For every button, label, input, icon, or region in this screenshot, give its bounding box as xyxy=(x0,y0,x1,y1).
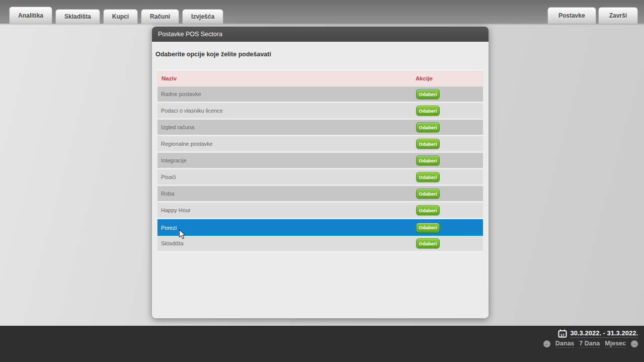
odaberi-button[interactable]: Odaberi xyxy=(416,122,440,132)
row-label: Integracije xyxy=(157,157,416,163)
odaberi-button[interactable]: Odaberi xyxy=(416,223,440,233)
tab-postavke[interactable]: Postavke xyxy=(547,7,596,24)
table-body: Radne postavke Odaberi Podaci o vlasniku… xyxy=(157,86,483,251)
column-header-akcije: Akcije xyxy=(416,75,482,81)
row-label: Podaci o vlasniku licence xyxy=(157,108,416,114)
footer-date-controls: 17 30.3.2022. - 31.3.2022. Danas7 DanaMj… xyxy=(543,329,638,348)
odaberi-button[interactable]: Odaberi xyxy=(416,155,440,165)
tab-label: Izvješća xyxy=(191,13,214,20)
row-action-cell: Odaberi xyxy=(416,122,483,132)
footer-nav-mjesec[interactable]: Mjesec xyxy=(605,340,626,348)
row-action-cell: Odaberi xyxy=(416,106,483,116)
tab-label: Analitika xyxy=(18,12,43,19)
row-action-cell: Odaberi xyxy=(416,205,483,215)
table-row-integracije[interactable]: Integracije Odaberi xyxy=(157,153,483,168)
date-range-row: 17 30.3.2022. - 31.3.2022. xyxy=(558,329,638,338)
tab-bar-left: Analitika Skladišta Kupci Računi Izvješć… xyxy=(9,0,223,24)
footer-nav-7-dana[interactable]: 7 Dana xyxy=(579,340,600,348)
row-label: Radne postavke xyxy=(157,91,416,97)
table-row-pisači[interactable]: Pisači Odaberi xyxy=(157,169,483,185)
row-action-cell: Odaberi xyxy=(416,89,483,99)
row-label: Skladišta xyxy=(157,240,416,246)
tab-skladišta[interactable]: Skladišta xyxy=(55,9,100,24)
tab-analitika[interactable]: Analitika xyxy=(9,7,52,24)
tab-label: Računi xyxy=(150,13,170,20)
odaberi-button[interactable]: Odaberi xyxy=(416,106,440,116)
tab-label: Kupci xyxy=(112,13,129,20)
footer-nav-danas[interactable]: Danas xyxy=(555,340,575,348)
options-table: Naziv Akcije Radne postavke Odaberi Poda… xyxy=(157,71,483,252)
tab-label: Skladišta xyxy=(64,13,91,20)
odaberi-button[interactable]: Odaberi xyxy=(416,89,440,99)
tab-label: Postavke xyxy=(558,12,585,19)
period-nav-items: Danas7 DanaMjesec xyxy=(555,340,626,348)
dialog-subtitle: Odaberite opcije koje želite podešavati xyxy=(155,51,271,58)
arrow-left-circle-icon[interactable] xyxy=(543,340,550,347)
table-row-radne-postavke[interactable]: Radne postavke Odaberi xyxy=(157,86,483,102)
table-row-porezi[interactable]: Porezi Odaberi xyxy=(157,219,483,236)
dialog-title-bar: Postavke POS Sectora xyxy=(152,27,489,42)
settings-dialog: Postavke POS Sectora Odaberite opcije ko… xyxy=(152,27,489,318)
row-label: Pisači xyxy=(157,174,416,180)
odaberi-button[interactable]: Odaberi xyxy=(416,205,440,215)
table-row-izgled-računa[interactable]: Izgled računa Odaberi xyxy=(157,120,483,135)
period-nav-row: Danas7 DanaMjesec xyxy=(543,340,638,348)
tab-kupci[interactable]: Kupci xyxy=(103,9,138,24)
row-label: Roba xyxy=(157,191,416,197)
row-action-cell: Odaberi xyxy=(416,223,483,233)
tab-završi[interactable]: Završi xyxy=(598,7,638,24)
row-action-cell: Odaberi xyxy=(416,139,483,149)
tab-bar-right: Postavke Završi xyxy=(547,0,638,24)
odaberi-button[interactable]: Odaberi xyxy=(416,172,440,182)
odaberi-button[interactable]: Odaberi xyxy=(416,238,440,248)
tab-računi[interactable]: Računi xyxy=(141,9,179,24)
tab-label: Završi xyxy=(609,12,627,19)
table-header-row: Naziv Akcije xyxy=(157,71,483,85)
row-action-cell: Odaberi xyxy=(416,172,483,182)
row-action-cell: Odaberi xyxy=(416,238,483,248)
row-action-cell: Odaberi xyxy=(416,189,483,199)
date-range-label[interactable]: 30.3.2022. - 31.3.2022. xyxy=(571,329,638,338)
calendar-icon[interactable]: 17 xyxy=(558,329,567,338)
arrow-right-circle-icon[interactable] xyxy=(631,340,638,347)
table-row-podaci-o-vlasniku-licence[interactable]: Podaci o vlasniku licence Odaberi xyxy=(157,103,483,118)
row-label: Regionalne postavke xyxy=(157,141,416,147)
odaberi-button[interactable]: Odaberi xyxy=(416,189,440,199)
calendar-day-number: 17 xyxy=(560,333,565,337)
tab-izvješća[interactable]: Izvješća xyxy=(182,9,223,24)
table-row-roba[interactable]: Roba Odaberi xyxy=(157,186,483,201)
row-label: Izgled računa xyxy=(157,124,416,130)
row-action-cell: Odaberi xyxy=(416,155,483,165)
column-header-naziv: Naziv xyxy=(158,75,416,81)
row-label: Porezi xyxy=(157,225,416,231)
footer-bar: 17 30.3.2022. - 31.3.2022. Danas7 DanaMj… xyxy=(0,326,644,362)
row-label: Happy Hour xyxy=(157,207,416,213)
table-row-happy-hour[interactable]: Happy Hour Odaberi xyxy=(157,203,483,218)
dialog-title: Postavke POS Sectora xyxy=(158,31,222,38)
table-row-regionalne-postavke[interactable]: Regionalne postavke Odaberi xyxy=(157,136,483,151)
odaberi-button[interactable]: Odaberi xyxy=(416,139,440,149)
top-tab-bar: Analitika Skladišta Kupci Računi Izvješć… xyxy=(0,0,644,24)
table-row-skladišta[interactable]: Skladišta Odaberi xyxy=(157,236,483,251)
